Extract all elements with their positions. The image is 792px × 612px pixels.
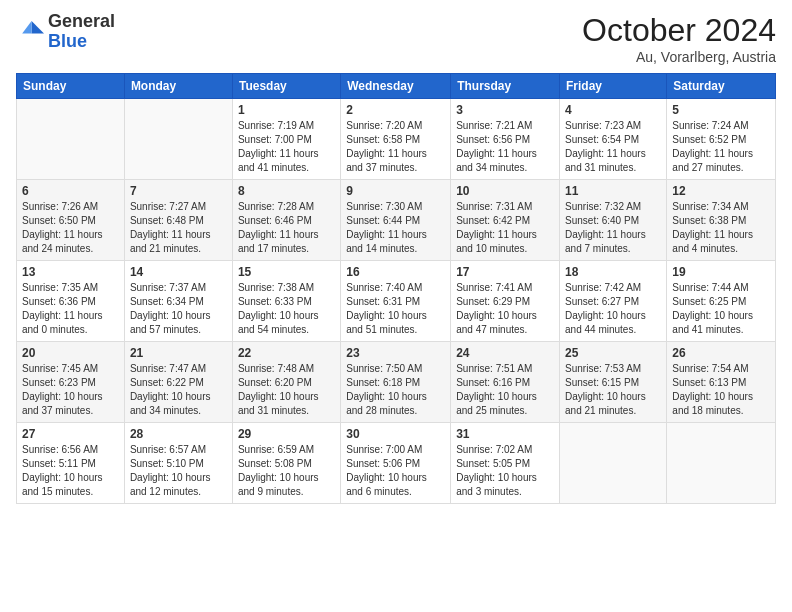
calendar-cell: 29 Sunrise: 6:59 AM Sunset: 5:08 PM Dayl… bbox=[232, 423, 340, 504]
sunrise-text: Sunrise: 7:32 AM bbox=[565, 201, 641, 212]
daylight-text: Daylight: 10 hours and 37 minutes. bbox=[22, 391, 103, 416]
day-info: Sunrise: 6:57 AM Sunset: 5:10 PM Dayligh… bbox=[130, 443, 227, 499]
sunrise-text: Sunrise: 7:20 AM bbox=[346, 120, 422, 131]
month-title: October 2024 bbox=[582, 12, 776, 49]
sunrise-text: Sunrise: 7:51 AM bbox=[456, 363, 532, 374]
col-friday: Friday bbox=[560, 74, 667, 99]
day-number: 6 bbox=[22, 184, 119, 198]
sunrise-text: Sunrise: 7:31 AM bbox=[456, 201, 532, 212]
sunrise-text: Sunrise: 7:28 AM bbox=[238, 201, 314, 212]
day-info: Sunrise: 7:48 AM Sunset: 6:20 PM Dayligh… bbox=[238, 362, 335, 418]
day-info: Sunrise: 7:20 AM Sunset: 6:58 PM Dayligh… bbox=[346, 119, 445, 175]
calendar-cell: 27 Sunrise: 6:56 AM Sunset: 5:11 PM Dayl… bbox=[17, 423, 125, 504]
calendar-cell: 5 Sunrise: 7:24 AM Sunset: 6:52 PM Dayli… bbox=[667, 99, 776, 180]
col-tuesday: Tuesday bbox=[232, 74, 340, 99]
calendar-cell: 30 Sunrise: 7:00 AM Sunset: 5:06 PM Dayl… bbox=[341, 423, 451, 504]
daylight-text: Daylight: 11 hours and 24 minutes. bbox=[22, 229, 103, 254]
sunset-text: Sunset: 6:13 PM bbox=[672, 377, 746, 388]
col-saturday: Saturday bbox=[667, 74, 776, 99]
daylight-text: Daylight: 10 hours and 25 minutes. bbox=[456, 391, 537, 416]
day-number: 9 bbox=[346, 184, 445, 198]
day-info: Sunrise: 7:31 AM Sunset: 6:42 PM Dayligh… bbox=[456, 200, 554, 256]
day-number: 22 bbox=[238, 346, 335, 360]
logo-icon bbox=[16, 18, 44, 46]
day-info: Sunrise: 7:50 AM Sunset: 6:18 PM Dayligh… bbox=[346, 362, 445, 418]
day-number: 2 bbox=[346, 103, 445, 117]
day-info: Sunrise: 7:47 AM Sunset: 6:22 PM Dayligh… bbox=[130, 362, 227, 418]
sunset-text: Sunset: 5:11 PM bbox=[22, 458, 96, 469]
day-number: 5 bbox=[672, 103, 770, 117]
sunset-text: Sunset: 6:23 PM bbox=[22, 377, 96, 388]
day-number: 24 bbox=[456, 346, 554, 360]
day-number: 13 bbox=[22, 265, 119, 279]
sunrise-text: Sunrise: 7:00 AM bbox=[346, 444, 422, 455]
day-number: 12 bbox=[672, 184, 770, 198]
sunset-text: Sunset: 6:18 PM bbox=[346, 377, 420, 388]
location-text: Au, Vorarlberg, Austria bbox=[582, 49, 776, 65]
day-info: Sunrise: 7:51 AM Sunset: 6:16 PM Dayligh… bbox=[456, 362, 554, 418]
sunrise-text: Sunrise: 6:57 AM bbox=[130, 444, 206, 455]
daylight-text: Daylight: 10 hours and 57 minutes. bbox=[130, 310, 211, 335]
daylight-text: Daylight: 10 hours and 47 minutes. bbox=[456, 310, 537, 335]
daylight-text: Daylight: 10 hours and 12 minutes. bbox=[130, 472, 211, 497]
logo: General Blue bbox=[16, 12, 115, 52]
logo-blue-text: Blue bbox=[48, 32, 115, 52]
day-number: 30 bbox=[346, 427, 445, 441]
sunrise-text: Sunrise: 6:59 AM bbox=[238, 444, 314, 455]
calendar-cell bbox=[124, 99, 232, 180]
calendar-cell: 22 Sunrise: 7:48 AM Sunset: 6:20 PM Dayl… bbox=[232, 342, 340, 423]
sunset-text: Sunset: 6:31 PM bbox=[346, 296, 420, 307]
daylight-text: Daylight: 11 hours and 27 minutes. bbox=[672, 148, 753, 173]
day-number: 1 bbox=[238, 103, 335, 117]
day-number: 11 bbox=[565, 184, 661, 198]
daylight-text: Daylight: 10 hours and 3 minutes. bbox=[456, 472, 537, 497]
sunrise-text: Sunrise: 7:23 AM bbox=[565, 120, 641, 131]
day-info: Sunrise: 7:02 AM Sunset: 5:05 PM Dayligh… bbox=[456, 443, 554, 499]
daylight-text: Daylight: 10 hours and 34 minutes. bbox=[130, 391, 211, 416]
col-thursday: Thursday bbox=[451, 74, 560, 99]
sunrise-text: Sunrise: 7:48 AM bbox=[238, 363, 314, 374]
day-info: Sunrise: 7:44 AM Sunset: 6:25 PM Dayligh… bbox=[672, 281, 770, 337]
svg-marker-0 bbox=[32, 21, 44, 33]
daylight-text: Daylight: 10 hours and 51 minutes. bbox=[346, 310, 427, 335]
calendar-cell: 26 Sunrise: 7:54 AM Sunset: 6:13 PM Dayl… bbox=[667, 342, 776, 423]
day-info: Sunrise: 7:00 AM Sunset: 5:06 PM Dayligh… bbox=[346, 443, 445, 499]
daylight-text: Daylight: 10 hours and 54 minutes. bbox=[238, 310, 319, 335]
sunrise-text: Sunrise: 7:38 AM bbox=[238, 282, 314, 293]
sunrise-text: Sunrise: 7:02 AM bbox=[456, 444, 532, 455]
day-info: Sunrise: 7:38 AM Sunset: 6:33 PM Dayligh… bbox=[238, 281, 335, 337]
sunrise-text: Sunrise: 7:27 AM bbox=[130, 201, 206, 212]
daylight-text: Daylight: 11 hours and 10 minutes. bbox=[456, 229, 537, 254]
sunset-text: Sunset: 6:58 PM bbox=[346, 134, 420, 145]
calendar-cell: 21 Sunrise: 7:47 AM Sunset: 6:22 PM Dayl… bbox=[124, 342, 232, 423]
daylight-text: Daylight: 10 hours and 44 minutes. bbox=[565, 310, 646, 335]
day-number: 7 bbox=[130, 184, 227, 198]
calendar-week-3: 13 Sunrise: 7:35 AM Sunset: 6:36 PM Dayl… bbox=[17, 261, 776, 342]
day-info: Sunrise: 6:56 AM Sunset: 5:11 PM Dayligh… bbox=[22, 443, 119, 499]
col-monday: Monday bbox=[124, 74, 232, 99]
daylight-text: Daylight: 10 hours and 6 minutes. bbox=[346, 472, 427, 497]
col-sunday: Sunday bbox=[17, 74, 125, 99]
calendar-week-5: 27 Sunrise: 6:56 AM Sunset: 5:11 PM Dayl… bbox=[17, 423, 776, 504]
daylight-text: Daylight: 11 hours and 7 minutes. bbox=[565, 229, 646, 254]
daylight-text: Daylight: 10 hours and 9 minutes. bbox=[238, 472, 319, 497]
daylight-text: Daylight: 10 hours and 28 minutes. bbox=[346, 391, 427, 416]
sunset-text: Sunset: 6:22 PM bbox=[130, 377, 204, 388]
day-info: Sunrise: 7:26 AM Sunset: 6:50 PM Dayligh… bbox=[22, 200, 119, 256]
sunset-text: Sunset: 6:29 PM bbox=[456, 296, 530, 307]
calendar-cell: 10 Sunrise: 7:31 AM Sunset: 6:42 PM Dayl… bbox=[451, 180, 560, 261]
col-wednesday: Wednesday bbox=[341, 74, 451, 99]
day-number: 26 bbox=[672, 346, 770, 360]
svg-marker-1 bbox=[22, 21, 31, 33]
daylight-text: Daylight: 11 hours and 4 minutes. bbox=[672, 229, 753, 254]
sunset-text: Sunset: 6:40 PM bbox=[565, 215, 639, 226]
daylight-text: Daylight: 11 hours and 37 minutes. bbox=[346, 148, 427, 173]
daylight-text: Daylight: 10 hours and 21 minutes. bbox=[565, 391, 646, 416]
sunrise-text: Sunrise: 7:24 AM bbox=[672, 120, 748, 131]
calendar-cell: 16 Sunrise: 7:40 AM Sunset: 6:31 PM Dayl… bbox=[341, 261, 451, 342]
daylight-text: Daylight: 11 hours and 0 minutes. bbox=[22, 310, 103, 335]
day-info: Sunrise: 7:35 AM Sunset: 6:36 PM Dayligh… bbox=[22, 281, 119, 337]
daylight-text: Daylight: 11 hours and 41 minutes. bbox=[238, 148, 319, 173]
day-info: Sunrise: 7:30 AM Sunset: 6:44 PM Dayligh… bbox=[346, 200, 445, 256]
calendar-cell: 20 Sunrise: 7:45 AM Sunset: 6:23 PM Dayl… bbox=[17, 342, 125, 423]
